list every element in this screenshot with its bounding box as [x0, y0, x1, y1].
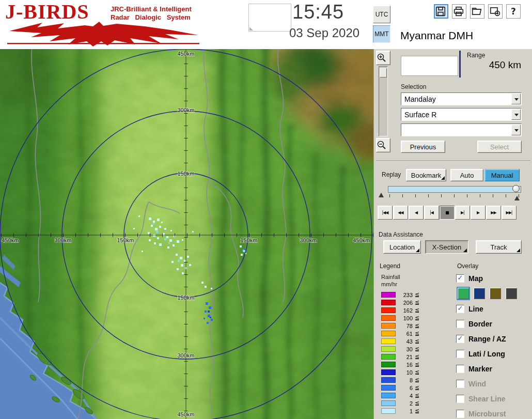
header-display-box — [248, 4, 291, 32]
bookmark-button[interactable]: Bookmark — [406, 169, 446, 181]
overlay-item-range-az[interactable]: ✓Range / AZ — [456, 331, 532, 346]
legend-value: 16 — [400, 362, 413, 368]
track-button[interactable]: Track — [476, 240, 522, 254]
print-button[interactable] — [452, 4, 466, 19]
open-folder-button[interactable] — [470, 4, 484, 19]
overlay-item-lati-long[interactable]: Lati / Long — [456, 346, 532, 361]
open-folder-icon — [471, 6, 482, 17]
legend-row: 1≦ — [381, 407, 443, 415]
map-style-swatch[interactable] — [490, 288, 501, 299]
svg-text:450km: 450km — [177, 51, 194, 57]
map-style-swatch[interactable] — [474, 288, 485, 299]
save-button[interactable] — [434, 4, 448, 19]
chevron-down-icon — [514, 129, 519, 132]
svg-text:450km: 450km — [2, 237, 19, 243]
x-section-button[interactable]: X-Section — [425, 240, 468, 254]
fast-rewind-button[interactable]: ◀◀ — [393, 206, 408, 220]
help-button[interactable]: ? — [506, 4, 521, 19]
legend-color-swatch — [381, 369, 396, 375]
product-dropdown[interactable]: Surface R — [401, 108, 522, 121]
utc-button[interactable]: UTC — [373, 6, 390, 23]
zoom-slider-track[interactable] — [379, 66, 388, 136]
checkbox[interactable] — [456, 350, 464, 358]
play-reverse-button[interactable]: ◀ — [409, 206, 424, 220]
checkbox[interactable]: ✓ — [456, 274, 464, 283]
replay-timeline-track[interactable] — [388, 186, 521, 193]
help-icon: ? — [511, 6, 516, 17]
mmt-button[interactable]: MMT — [373, 25, 390, 43]
logo-tagline-line1: JRC-Brilliant & Intelligent — [111, 5, 192, 13]
lte-symbol: ≦ — [415, 408, 419, 414]
overlay-item-map[interactable]: ✓Map — [456, 271, 532, 286]
print-icon — [453, 6, 464, 17]
lte-symbol: ≦ — [415, 400, 419, 407]
select-button: Select — [477, 141, 522, 153]
checkbox[interactable] — [456, 320, 464, 328]
selection-label: Selection — [401, 83, 426, 90]
play-button[interactable]: ▶ — [471, 206, 486, 220]
zoom-slider-thumb[interactable] — [380, 68, 387, 77]
checkbox — [456, 395, 464, 403]
lte-symbol: ≦ — [415, 384, 419, 391]
manual-button[interactable]: Manual — [484, 169, 520, 181]
svg-text:450km: 450km — [353, 237, 370, 243]
legend-row: 206≦ — [381, 299, 443, 306]
extra-dropdown-arrow[interactable] — [511, 125, 521, 135]
map-style-swatches — [456, 286, 532, 301]
map-style-swatch[interactable] — [506, 288, 517, 299]
legend-unit-line1: Rainfall — [381, 274, 400, 280]
checkbox — [456, 380, 464, 388]
legend-row: 2≦ — [381, 399, 443, 407]
extra-dropdown[interactable] — [401, 123, 522, 136]
svg-text:300km: 300km — [177, 107, 194, 113]
timeline-position-marker[interactable] — [514, 196, 520, 200]
overlay-item-label: Marker — [468, 365, 492, 373]
svg-text:150km: 150km — [117, 237, 134, 243]
zoom-out-button[interactable] — [376, 138, 390, 152]
checkbox[interactable]: ✓ — [456, 305, 464, 313]
step-forward-button[interactable]: ▶| — [455, 206, 470, 220]
step-back-button[interactable]: |◀ — [424, 206, 439, 220]
fast-forward-button[interactable]: ▶▶ — [486, 206, 501, 220]
checkbox[interactable]: ✓ — [456, 335, 464, 343]
legend-value: 43 — [400, 338, 413, 345]
import-image-button[interactable] — [488, 4, 503, 19]
timeline-start-marker[interactable] — [379, 193, 384, 197]
overlay-item-label: Microburst — [468, 410, 506, 418]
legend-row: 21≦ — [381, 353, 443, 361]
station-dropdown[interactable]: Mandalay — [401, 92, 522, 105]
legend-value: 30 — [400, 346, 413, 352]
radar-map[interactable]: 450km300km150km150km300km450km450km300km… — [0, 49, 373, 419]
legend-value: 78 — [400, 323, 413, 329]
station-dropdown-value: Mandalay — [404, 95, 436, 103]
divider — [376, 161, 530, 162]
legend-row: 100≦ — [381, 314, 443, 322]
svg-text:150km: 150km — [177, 294, 194, 301]
lte-symbol: ≦ — [415, 315, 419, 321]
previous-button[interactable]: Previous — [401, 141, 445, 153]
legend-value: 4 — [400, 393, 413, 399]
checkbox[interactable] — [456, 365, 464, 373]
overlay-item-line[interactable]: ✓Line — [456, 301, 532, 316]
overlay-item-marker[interactable]: Marker — [456, 361, 532, 376]
overlay-item-border[interactable]: Border — [456, 316, 532, 331]
forward-to-end-button[interactable]: ▶▶| — [502, 206, 517, 220]
map-style-swatch[interactable] — [458, 288, 469, 299]
product-dropdown-value: Surface R — [404, 111, 436, 119]
replay-timeline-thumb[interactable] — [512, 185, 520, 192]
stop-button[interactable]: ■ — [440, 206, 455, 220]
product-dropdown-arrow[interactable] — [511, 109, 521, 120]
lte-symbol: ≦ — [415, 346, 419, 352]
legend-color-swatch — [381, 307, 396, 313]
rewind-to-start-button[interactable]: |◀◀ — [378, 206, 393, 220]
lte-symbol: ≦ — [415, 377, 419, 383]
zoom-in-button[interactable] — [376, 51, 390, 65]
auto-button[interactable]: Auto — [450, 169, 483, 181]
overlay-item-microburst: Microburst — [456, 406, 532, 419]
location-button[interactable]: Location — [383, 240, 421, 254]
chevron-down-icon — [514, 114, 519, 116]
clock-time: 15:45 — [292, 1, 359, 23]
station-dropdown-arrow[interactable] — [511, 94, 521, 104]
svg-text:300km: 300km — [54, 237, 71, 243]
legend-row: 61≦ — [381, 330, 443, 337]
